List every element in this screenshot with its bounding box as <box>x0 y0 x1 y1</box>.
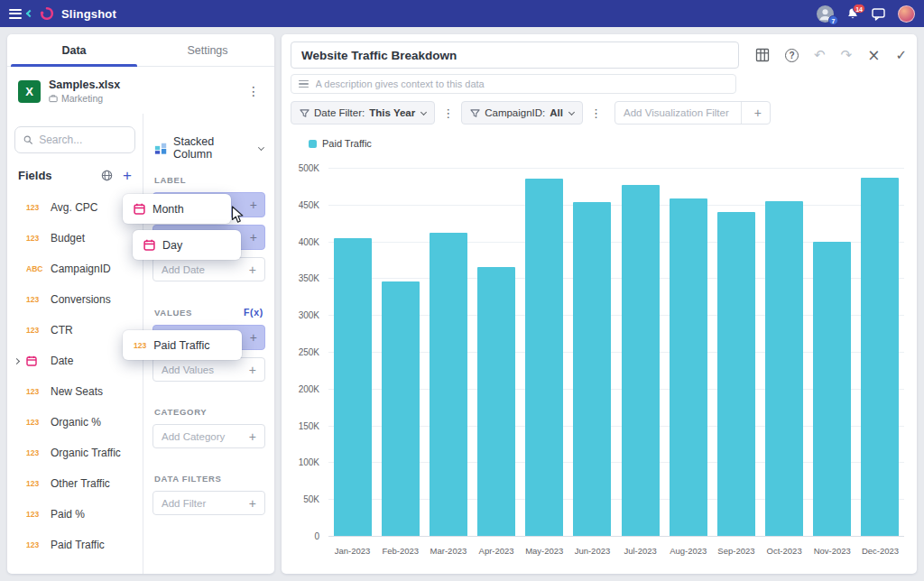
field-item-new-seats[interactable]: 123New Seats <box>14 376 135 407</box>
field-item-date[interactable]: Date <box>14 346 135 376</box>
drag-paid-traffic-label: Paid Traffic <box>153 339 209 352</box>
field-label: Date <box>51 355 73 367</box>
help-icon[interactable]: ? <box>785 49 799 62</box>
expand-chevron-icon[interactable] <box>14 357 20 364</box>
add-visualization-filter-button[interactable]: Add Visualization Filter + <box>614 101 771 124</box>
add-date-placeholder[interactable]: Add Date + <box>152 257 265 281</box>
fields-header: Fields <box>18 169 52 182</box>
field-type-badge: ABC <box>26 264 42 273</box>
field-label: Paid Traffic <box>51 539 105 551</box>
notifications-bell-icon[interactable]: 14 <box>846 7 859 21</box>
add-icon: + <box>249 430 256 443</box>
filter-label: CampaignID: <box>485 107 545 118</box>
add-category-placeholder[interactable]: Add Category + <box>152 424 265 448</box>
bar-apr-2023[interactable] <box>477 267 515 536</box>
data-panel: Data Settings X Samples.xlsx Marketing ⋮… <box>7 34 274 574</box>
undo-icon[interactable]: ↶ <box>814 49 826 62</box>
menu-icon[interactable] <box>9 9 22 19</box>
field-item-budget[interactable]: 123Budget <box>14 223 135 254</box>
field-item-other-traffic[interactable]: 123Other Traffic <box>14 468 135 499</box>
data-filters-section-header: DATA FILTERS <box>154 474 263 484</box>
visualization-title-input[interactable] <box>291 42 739 69</box>
add-values-placeholder[interactable]: Add Values + <box>152 357 265 382</box>
values-section-header: VALUES F(x) <box>154 307 263 318</box>
collaborators-avatar[interactable]: 7 <box>817 5 834 23</box>
fields-search-box[interactable] <box>14 126 135 153</box>
redo-icon[interactable]: ↷ <box>841 49 853 62</box>
y-axis-tick: 50K <box>303 494 319 504</box>
source-options-kebab-icon[interactable]: ⋮ <box>244 84 263 98</box>
bar-dec-2023[interactable] <box>861 178 899 536</box>
field-item-avg-cpc[interactable]: 123Avg. CPC <box>14 192 135 223</box>
field-item-campaignid[interactable]: ABCCampaignID <box>14 254 135 284</box>
confirm-check-icon[interactable]: ✓ <box>895 49 907 62</box>
add-icon: + <box>250 231 257 244</box>
field-type-badge: 123 <box>26 326 39 335</box>
y-axis-tick: 500K <box>299 163 319 173</box>
plot-area <box>328 168 904 536</box>
legend-label[interactable]: Paid Traffic <box>322 138 372 149</box>
bar-jan-2023[interactable] <box>334 238 372 536</box>
bar-jul-2023[interactable] <box>622 185 660 536</box>
excel-file-icon: X <box>18 80 41 103</box>
y-axis-tick: 350K <box>299 273 319 283</box>
y-axis-tick: 250K <box>299 347 319 357</box>
bar-slot <box>328 168 376 536</box>
field-item-paid[interactable]: 123Paid % <box>14 499 135 530</box>
close-icon[interactable]: × <box>867 48 880 63</box>
campaign-filter-chip[interactable]: CampaignID: All <box>461 101 583 124</box>
data-source-row[interactable]: X Samples.xlsx Marketing ⋮ <box>7 67 274 115</box>
calendar-icon <box>143 239 155 251</box>
field-label: Organic Traffic <box>51 447 121 459</box>
bar-feb-2023[interactable] <box>382 281 420 536</box>
bar-nov-2023[interactable] <box>813 242 851 536</box>
bar-sep-2023[interactable] <box>717 212 755 536</box>
bar-jun-2023[interactable] <box>573 202 611 536</box>
add-field-icon[interactable]: + <box>123 168 132 183</box>
date-filter-kebab-icon[interactable]: ⋮ <box>439 106 457 120</box>
profile-avatar[interactable] <box>898 5 915 23</box>
drag-preview-month[interactable]: Month <box>123 194 231 224</box>
field-item-organic-traffic[interactable]: 123Organic Traffic <box>14 438 135 468</box>
tab-settings[interactable]: Settings <box>141 34 274 66</box>
tab-data[interactable]: Data <box>7 34 141 66</box>
field-item-ctr[interactable]: 123CTR <box>14 315 135 346</box>
add-category-label: Add Category <box>162 431 225 442</box>
date-filter-chip[interactable]: Date Filter: This Year <box>291 101 435 124</box>
chat-icon[interactable] <box>872 7 885 21</box>
x-axis: Jan-2023Feb-2023Mar-2023Apr-2023May-2023… <box>328 546 904 556</box>
bar-aug-2023[interactable] <box>670 198 707 536</box>
fx-button[interactable]: F(x) <box>244 307 263 318</box>
top-navbar: Slingshot 7 14 <box>0 0 924 27</box>
bar-slot <box>616 168 664 536</box>
table-view-icon[interactable] <box>755 48 770 62</box>
workspace-name: Marketing <box>61 93 103 104</box>
drag-preview-paid-traffic[interactable]: 123 Paid Traffic <box>123 330 242 360</box>
collapse-chevron-icon[interactable] <box>26 10 33 17</box>
bar-slot <box>761 168 808 536</box>
field-type-badge: 123 <box>26 479 39 488</box>
campaign-filter-kebab-icon[interactable]: ⋮ <box>587 106 605 120</box>
bar-mar-2023[interactable] <box>430 233 467 536</box>
field-item-conversions[interactable]: 123Conversions <box>14 284 135 315</box>
bar-may-2023[interactable] <box>525 179 563 536</box>
field-item-organic[interactable]: 123Organic % <box>14 407 135 438</box>
filter-label: Date Filter: <box>314 107 365 118</box>
drag-preview-day[interactable]: Day <box>133 230 241 260</box>
description-box[interactable] <box>291 74 736 94</box>
description-input[interactable] <box>316 78 728 89</box>
search-input[interactable] <box>39 134 126 146</box>
chart-legend: Paid Traffic <box>309 138 908 149</box>
relationships-icon[interactable] <box>101 170 113 181</box>
bar-series <box>328 168 904 536</box>
field-label: New Seats <box>51 385 103 398</box>
x-axis-label: Dec-2023 <box>856 546 904 556</box>
drag-month-label: Month <box>152 203 184 216</box>
filter-value: All <box>550 107 563 118</box>
field-item-paid-traffic[interactable]: 123Paid Traffic <box>14 530 135 560</box>
x-axis-label: Apr-2023 <box>473 546 521 556</box>
add-filter-placeholder[interactable]: Add Filter + <box>152 491 265 515</box>
x-axis-label: Jul-2023 <box>616 546 664 556</box>
chart-type-dropdown[interactable]: Stacked Column <box>152 135 265 161</box>
bar-oct-2023[interactable] <box>765 201 803 536</box>
